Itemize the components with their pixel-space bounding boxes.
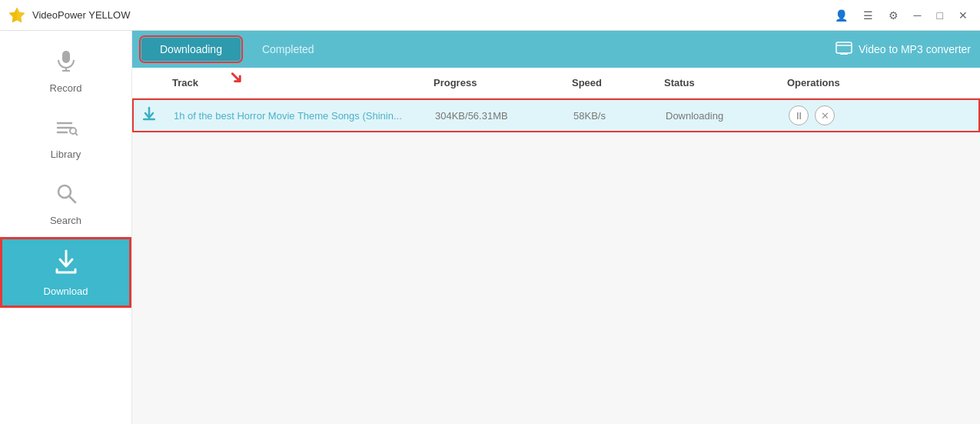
user-icon[interactable]: 👤 — [830, 8, 852, 23]
app-title: VideoPower YELLOW — [32, 9, 130, 21]
main-layout: Record Library — [0, 31, 980, 424]
speed-value: 58KB/s — [564, 107, 656, 125]
app-logo — [8, 6, 26, 25]
svg-marker-1 — [9, 9, 17, 22]
progress-value: 304KB/56.31MB — [426, 107, 564, 125]
library-label: Library — [51, 149, 81, 160]
sidebar-item-download[interactable]: Download — [0, 237, 131, 308]
th-speed: Speed — [563, 74, 655, 92]
operations-cell: ⏸ ✕ — [779, 102, 978, 129]
svg-rect-2 — [62, 51, 70, 63]
table-header: Track Progress Speed Status Operations — [132, 68, 980, 98]
sidebar: Record Library — [0, 31, 132, 424]
sidebar-item-library[interactable]: Library — [0, 105, 131, 171]
tab-completed[interactable]: Completed — [244, 38, 333, 61]
list-icon[interactable]: ☰ — [859, 8, 878, 23]
title-bar: VideoPower YELLOW 👤 ☰ ⚙ ─ □ ✕ — [0, 0, 980, 31]
converter-label: Video to MP3 converter — [859, 43, 971, 55]
search-icon — [55, 182, 78, 210]
cancel-button[interactable]: ✕ — [815, 105, 835, 125]
close-button[interactable]: ✕ — [954, 8, 972, 23]
search-label: Search — [50, 215, 81, 226]
sidebar-item-search[interactable]: Search — [0, 171, 131, 237]
svg-point-8 — [70, 128, 76, 134]
svg-line-9 — [75, 133, 78, 135]
status-value: Downloading — [656, 107, 779, 125]
library-icon — [55, 115, 78, 144]
sidebar-item-record[interactable]: Record — [0, 38, 131, 105]
converter-icon — [835, 42, 852, 58]
table-body: 1h of the best Horror Movie Theme Songs … — [132, 98, 980, 424]
download-label: Download — [44, 285, 88, 297]
th-progress: Progress — [424, 74, 563, 92]
svg-rect-12 — [836, 42, 852, 53]
th-operations: Operations — [778, 74, 980, 92]
minimize-button[interactable]: ─ — [909, 8, 926, 23]
tab-left: Downloading Completed — [141, 38, 333, 61]
tab-bar: Downloading Completed Video to MP3 conve… — [132, 31, 980, 68]
content-area: Downloading Completed Video to MP3 conve… — [132, 31, 980, 424]
microphone-icon — [55, 49, 78, 78]
download-icon — [52, 248, 80, 281]
table-row: 1h of the best Horror Movie Theme Songs … — [132, 98, 980, 132]
maximize-button[interactable]: □ — [932, 8, 948, 23]
track-name: 1h of the best Horror Movie Theme Songs … — [164, 107, 426, 125]
download-row-icon — [134, 103, 164, 128]
th-icon — [132, 74, 163, 92]
title-bar-controls[interactable]: 👤 ☰ ⚙ ─ □ ✕ — [830, 8, 972, 23]
settings-icon[interactable]: ⚙ — [884, 8, 903, 23]
tab-downloading[interactable]: Downloading — [141, 38, 241, 61]
title-bar-left: VideoPower YELLOW — [8, 6, 130, 25]
pause-icon: ⏸ — [794, 110, 804, 122]
svg-line-11 — [69, 196, 75, 202]
cancel-icon: ✕ — [821, 110, 829, 122]
th-track: Track — [163, 74, 424, 92]
record-label: Record — [50, 82, 82, 94]
pause-button[interactable]: ⏸ — [789, 105, 809, 125]
th-status: Status — [655, 74, 778, 92]
converter-button[interactable]: Video to MP3 converter — [835, 42, 971, 58]
